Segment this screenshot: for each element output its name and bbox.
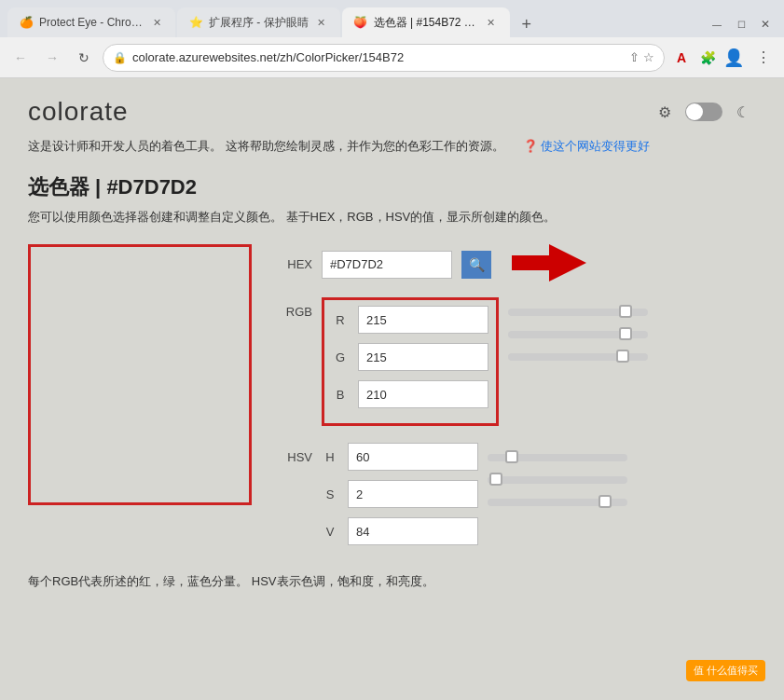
share-icon[interactable]: ⇧: [629, 50, 640, 64]
h-slider[interactable]: [488, 454, 627, 461]
address-text: colorate.azurewebsites.net/zh/ColorPicke…: [132, 50, 624, 64]
lock-icon: 🔒: [113, 51, 127, 64]
r-label: R: [332, 313, 349, 327]
tab1-favicon: 🍊: [19, 15, 34, 30]
reload-button[interactable]: ↻: [71, 45, 97, 71]
h-input[interactable]: [348, 443, 478, 471]
browser-tab-2[interactable]: ⭐ 扩展程序 - 保护眼睛 ✕: [177, 7, 340, 37]
r-slider-thumb: [619, 305, 632, 318]
forward-button[interactable]: →: [39, 45, 65, 71]
puzzle-extension-icon[interactable]: 🧩: [696, 47, 719, 69]
s-input[interactable]: [348, 480, 478, 508]
site-title: colorate: [28, 97, 129, 127]
back-icon: ←: [14, 50, 27, 65]
toggle-knob: [686, 103, 703, 120]
red-arrow-indicator: [512, 244, 586, 284]
navigation-bar: ← → ↻ 🔒 colorate.azurewebsites.net/zh/Co…: [0, 37, 784, 78]
h-row: H: [322, 443, 478, 471]
address-bar[interactable]: 🔒 colorate.azurewebsites.net/zh/ColorPic…: [103, 44, 665, 72]
b-label: B: [332, 388, 349, 402]
tab2-favicon: ⭐: [188, 15, 203, 30]
dark-mode-icon-button[interactable]: ☾: [730, 99, 756, 125]
new-tab-button[interactable]: +: [514, 11, 540, 37]
g-slider[interactable]: [508, 331, 648, 338]
v-input[interactable]: [348, 517, 478, 545]
color-picker-area: HEX 🔍 RGB: [28, 244, 756, 555]
tab3-favicon: 🍑: [353, 15, 368, 30]
rgb-sliders: [508, 305, 648, 361]
hsv-label: HSV: [280, 450, 312, 464]
site-header: colorate ⚙ ☾: [28, 97, 756, 127]
footer-text: 每个RGB代表所述的红，绿，蓝色分量。 HSV表示色调，饱和度，和亮度。: [28, 573, 756, 590]
hex-input[interactable]: [322, 251, 452, 279]
s-slider-thumb: [489, 473, 502, 486]
rgb-label: RGB: [280, 305, 312, 319]
b-input[interactable]: [358, 380, 488, 408]
reload-icon: ↻: [78, 50, 89, 65]
browser-tab-3[interactable]: 🍑 选色器 | #154B72 | col... ✕: [342, 7, 510, 37]
b-slider[interactable]: [508, 353, 648, 361]
browser-tab-1[interactable]: 🍊 Protect Eye - Chrome ✕: [7, 7, 175, 37]
forward-icon: →: [46, 50, 59, 65]
hex-label: HEX: [280, 257, 312, 271]
close-window-button[interactable]: ✕: [754, 15, 777, 34]
tab3-close[interactable]: ✕: [484, 15, 499, 30]
page-subtext: 您可以使用颜色选择器创建和调整自定义颜色。 基于HEX，RGB，HSV的值，显示…: [28, 209, 756, 226]
v-label: V: [322, 525, 338, 539]
feedback-link[interactable]: ❓ 使这个网站变得更好: [523, 138, 651, 155]
s-label: S: [322, 487, 338, 501]
tab1-close[interactable]: ✕: [149, 15, 164, 30]
header-controls: ⚙ ☾: [652, 99, 756, 125]
search-icon: 🔍: [469, 257, 485, 272]
settings-icon-button[interactable]: ⚙: [652, 99, 678, 125]
rgb-group: R G B: [322, 297, 499, 426]
hex-row: HEX 🔍: [280, 244, 756, 284]
search-button[interactable]: 🔍: [461, 251, 491, 279]
v-row: V: [322, 517, 478, 545]
moon-icon: ☾: [736, 103, 750, 121]
pdf-extension-icon[interactable]: A: [670, 47, 693, 69]
v-slider[interactable]: [488, 499, 627, 506]
svg-marker-0: [512, 244, 586, 281]
g-row: G: [332, 343, 488, 371]
tab1-title: Protect Eye - Chrome: [39, 16, 144, 29]
bookmark-icon[interactable]: ☆: [643, 50, 654, 64]
page-content: colorate ⚙ ☾ 这是设计师和开发人员的着色工具。 这将帮助您绘制灵感，…: [0, 78, 784, 700]
browser-frame: 🍊 Protect Eye - Chrome ✕ ⭐ 扩展程序 - 保护眼睛 ✕…: [0, 0, 784, 700]
b-row: B: [332, 380, 488, 408]
gear-icon: ⚙: [658, 103, 671, 121]
address-bar-icons: ⇧ ☆: [629, 50, 654, 64]
hsv-inputs: H S V: [322, 443, 478, 555]
hsv-sliders: [488, 450, 627, 506]
menu-dots-icon: ⋮: [756, 48, 771, 66]
tab3-title: 选色器 | #154B72 | col...: [374, 15, 478, 31]
color-preview-box: [28, 244, 252, 505]
extension-icons: A 🧩 👤: [670, 47, 745, 69]
maximize-button[interactable]: ☐: [730, 15, 752, 34]
b-slider-thumb: [616, 350, 629, 363]
r-input[interactable]: [358, 306, 488, 334]
s-row: S: [322, 480, 478, 508]
h-label: H: [322, 450, 338, 464]
page-heading: 选色器 | #D7D7D2: [28, 173, 756, 201]
v-slider-thumb: [598, 495, 612, 508]
controls-panel: HEX 🔍 RGB: [280, 244, 756, 555]
r-slider[interactable]: [508, 309, 648, 316]
watermark: 值 什么值得买: [686, 660, 765, 681]
minimize-button[interactable]: —: [706, 15, 728, 34]
g-input[interactable]: [358, 343, 488, 371]
g-label: G: [332, 350, 349, 364]
h-slider-thumb: [505, 450, 518, 463]
theme-toggle[interactable]: [685, 103, 722, 121]
tab2-title: 扩展程序 - 保护眼睛: [209, 15, 309, 31]
g-slider-thumb: [619, 327, 632, 340]
description-text: 这是设计师和开发人员的着色工具。 这将帮助您绘制灵感，并作为您的色彩工作的资源。: [28, 138, 504, 155]
r-row: R: [332, 306, 488, 334]
profile-icon[interactable]: 👤: [722, 47, 745, 69]
chrome-menu-button[interactable]: ⋮: [750, 45, 777, 71]
s-slider[interactable]: [488, 476, 627, 484]
tab2-close[interactable]: ✕: [314, 15, 329, 30]
site-description: 这是设计师和开发人员的着色工具。 这将帮助您绘制灵感，并作为您的色彩工作的资源。…: [28, 138, 756, 155]
back-button[interactable]: ←: [7, 45, 34, 71]
